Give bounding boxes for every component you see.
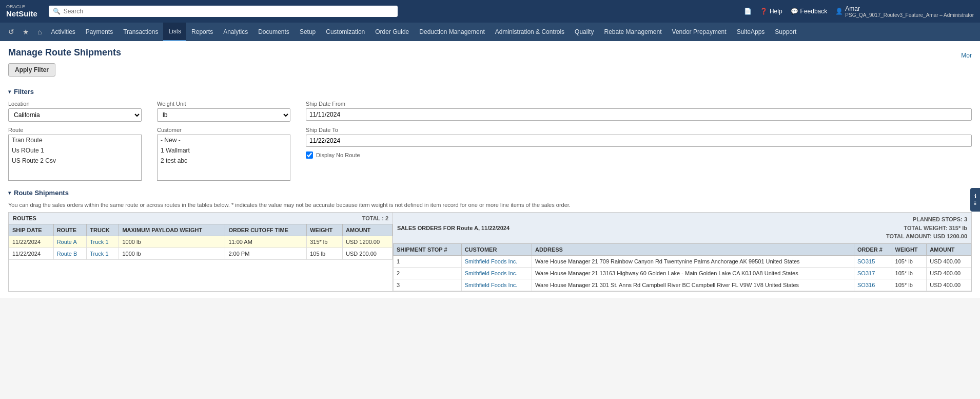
help-btn[interactable]: ❓ Help bbox=[760, 8, 782, 15]
weight-unit-select[interactable]: lb kg bbox=[157, 108, 290, 122]
so-stop: 2 bbox=[394, 267, 462, 279]
so-customer[interactable]: Smithfield Foods Inc. bbox=[461, 255, 532, 267]
sales-orders-wrapper: SALES ORDERS FOR Route A, 11/22/2024 PLA… bbox=[393, 212, 972, 292]
so-stop: 1 bbox=[394, 255, 462, 267]
nav-lists[interactable]: Lists bbox=[163, 23, 186, 41]
col-stop: SHIPMENT STOP # bbox=[394, 243, 462, 255]
route-max-payload: 1000 lb bbox=[119, 236, 225, 248]
location-filter: Location California New York Texas bbox=[8, 101, 142, 122]
customer-label: Customer bbox=[157, 127, 290, 133]
feedback-label: Feedback bbox=[800, 8, 828, 15]
route-filter: Route Tran Route Us ROute 1 US Route 2 C… bbox=[8, 127, 142, 181]
nav-payments[interactable]: Payments bbox=[81, 23, 118, 41]
route-truck[interactable]: Truck 1 bbox=[87, 248, 119, 260]
nav-analytics[interactable]: Analytics bbox=[218, 23, 253, 41]
total-weight-label: TOTAL WEIGHT: 315* lb bbox=[886, 224, 967, 233]
user-name: Amar bbox=[845, 5, 974, 12]
nav-setup[interactable]: Setup bbox=[295, 23, 321, 41]
route-shipments-header[interactable]: ▾ Route Shipments bbox=[8, 189, 972, 197]
nav-bar: ↺ ★ ⌂ Activities Payments Transactions L… bbox=[0, 23, 980, 41]
so-order[interactable]: SO317 bbox=[854, 267, 892, 279]
filters-section: ▾ Filters Location California New York T… bbox=[8, 88, 972, 181]
nav-reports[interactable]: Reports bbox=[186, 23, 218, 41]
search-bar[interactable]: 🔍 bbox=[49, 6, 398, 17]
route-max-payload: 1000 lb bbox=[119, 248, 225, 260]
nav-activities[interactable]: Activities bbox=[46, 23, 80, 41]
so-amount: USD 400.00 bbox=[927, 267, 971, 279]
ship-date-from-input[interactable] bbox=[306, 108, 972, 121]
route-cutoff-time: 11:00 AM bbox=[225, 236, 307, 248]
document-icon: 📄 bbox=[744, 8, 752, 15]
filters-section-header[interactable]: ▾ Filters bbox=[8, 88, 972, 96]
so-order[interactable]: SO315 bbox=[854, 255, 892, 267]
so-order[interactable]: SO316 bbox=[854, 279, 892, 291]
customer-list[interactable]: - New - 1 Wallmart 2 test abc bbox=[157, 135, 290, 181]
col-weight: WEIGHT bbox=[307, 224, 343, 236]
netsuite-label: NetSuite bbox=[6, 10, 37, 18]
route-name[interactable]: Route B bbox=[53, 248, 87, 260]
nav-quality[interactable]: Quality bbox=[570, 23, 599, 41]
nav-rebate[interactable]: Rebate Management bbox=[599, 23, 667, 41]
nav-support[interactable]: Support bbox=[770, 23, 801, 41]
info-button[interactable]: ℹ ⠿ bbox=[970, 188, 980, 212]
search-input[interactable] bbox=[64, 8, 394, 15]
nav-transactions[interactable]: Transactions bbox=[118, 23, 163, 41]
route-table-row: 11/22/2024 Route A Truck 1 1000 lb 11:00… bbox=[9, 236, 393, 248]
so-address: Ware House Manager 21 709 Rainbow Canyon… bbox=[532, 255, 854, 267]
weight-unit-filter: Weight Unit lb kg bbox=[157, 101, 290, 122]
route-option-2[interactable]: Us ROute 1 bbox=[9, 145, 141, 156]
nav-admin[interactable]: Administration & Controls bbox=[490, 23, 570, 41]
apply-filter-button[interactable]: Apply Filter bbox=[8, 63, 55, 77]
display-no-route-label: Display No Route bbox=[316, 152, 360, 158]
feedback-icon: 💬 bbox=[791, 8, 798, 15]
document-icon-btn[interactable]: 📄 bbox=[744, 8, 752, 15]
so-stop: 3 bbox=[394, 279, 462, 291]
so-table-header-row: SHIPMENT STOP # CUSTOMER ADDRESS ORDER #… bbox=[394, 243, 971, 255]
recent-icon[interactable]: ↺ bbox=[4, 28, 18, 36]
planned-stops-label: PLANNED STOPS: 3 bbox=[886, 215, 967, 224]
feedback-btn[interactable]: 💬 Feedback bbox=[791, 8, 828, 15]
help-icon: ❓ bbox=[760, 8, 768, 15]
customer-option-1[interactable]: 1 Wallmart bbox=[158, 145, 290, 156]
so-table-row: 2 Smithfield Foods Inc. Ware House Manag… bbox=[394, 267, 971, 279]
display-no-route-row: Display No Route bbox=[306, 151, 972, 159]
so-customer[interactable]: Smithfield Foods Inc. bbox=[461, 267, 532, 279]
route-option-1[interactable]: Tran Route bbox=[9, 135, 141, 145]
so-table: SHIPMENT STOP # CUSTOMER ADDRESS ORDER #… bbox=[393, 243, 971, 291]
col-cutoff-time: ORDER CUTOFF TIME bbox=[225, 224, 307, 236]
nav-suiteapps[interactable]: SuiteApps bbox=[732, 23, 770, 41]
route-amount: USD 1200.00 bbox=[343, 236, 393, 248]
so-address: Ware House Manager 21 13163 Highway 60 G… bbox=[532, 267, 854, 279]
customer-option-2[interactable]: 2 test abc bbox=[158, 156, 290, 166]
home-icon[interactable]: ⌂ bbox=[33, 28, 46, 36]
so-table-header: SALES ORDERS FOR Route A, 11/22/2024 PLA… bbox=[393, 213, 971, 243]
route-name[interactable]: Route A bbox=[53, 236, 87, 248]
location-select[interactable]: California New York Texas bbox=[8, 108, 142, 122]
route-truck[interactable]: Truck 1 bbox=[87, 236, 119, 248]
so-customer[interactable]: Smithfield Foods Inc. bbox=[461, 279, 532, 291]
col-so-weight: WEIGHT bbox=[892, 243, 927, 255]
nav-order-guide[interactable]: Order Guide bbox=[370, 23, 414, 41]
ship-date-from-label: Ship Date From bbox=[306, 101, 972, 107]
so-amount: USD 400.00 bbox=[927, 279, 971, 291]
nav-deduction[interactable]: Deduction Management bbox=[414, 23, 489, 41]
top-bar: ORACLE NetSuite 🔍 📄 ❓ Help 💬 Feedback 👤 … bbox=[0, 0, 980, 23]
user-menu-btn[interactable]: 👤 Amar PSG_QA_9017_Routev3_Feature_Amar … bbox=[835, 5, 974, 18]
nav-documents[interactable]: Documents bbox=[253, 23, 295, 41]
more-link[interactable]: Mor bbox=[961, 52, 972, 59]
help-label: Help bbox=[770, 8, 782, 15]
route-list[interactable]: Tran Route Us ROute 1 US Route 2 Csv bbox=[8, 135, 142, 181]
so-table-label: SALES ORDERS FOR Route A, 11/22/2024 bbox=[397, 225, 509, 231]
favorites-icon[interactable]: ★ bbox=[18, 28, 33, 36]
ship-date-to-input[interactable] bbox=[306, 135, 972, 147]
route-ship-date: 11/22/2024 bbox=[9, 248, 54, 260]
top-right-area: 📄 ❓ Help 💬 Feedback 👤 Amar PSG_QA_9017_R… bbox=[744, 5, 974, 18]
display-no-route-checkbox[interactable] bbox=[306, 151, 313, 159]
nav-customization[interactable]: Customization bbox=[321, 23, 370, 41]
col-address: ADDRESS bbox=[532, 243, 854, 255]
route-option-3[interactable]: US Route 2 Csv bbox=[9, 156, 141, 166]
route-amount: USD 200.00 bbox=[343, 248, 393, 260]
customer-option-new[interactable]: - New - bbox=[158, 135, 290, 145]
nav-vendor[interactable]: Vendor Prepayment bbox=[667, 23, 732, 41]
col-order: ORDER # bbox=[854, 243, 892, 255]
